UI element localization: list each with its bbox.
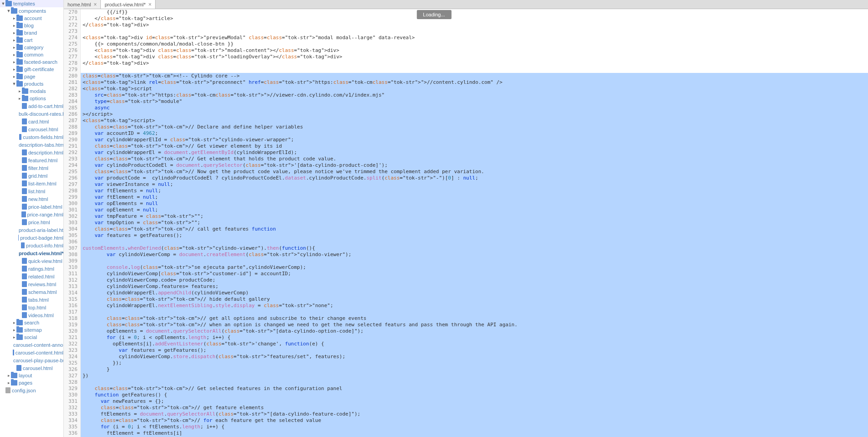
code-line[interactable] <box>83 309 868 315</box>
tree-toggle-icon[interactable]: ▼ <box>1 1 5 6</box>
file-product-badge.html[interactable]: product-badge.html <box>0 234 63 242</box>
folder-gift-certificate[interactable]: ▸gift-certificate <box>0 66 63 73</box>
file-featured.html[interactable]: featured.html <box>0 156 63 164</box>
code-line[interactable] <box>83 239 868 245</box>
code-line[interactable]: var ftElements = null; <box>83 188 868 194</box>
file-card.html[interactable]: card.html <box>0 118 63 125</box>
code-line[interactable]: var ftElement = null; <box>83 194 868 201</box>
tree-toggle-icon[interactable]: ▸ <box>17 89 22 93</box>
code-line[interactable]: class=class="tok-str">"tok-cm">// get fe… <box>83 405 868 411</box>
folder-search[interactable]: ▸search <box>0 319 63 326</box>
code-line[interactable]: var tmpFeature = class="tok-str">""; <box>83 213 868 220</box>
tree-toggle-icon[interactable]: ▸ <box>17 96 22 101</box>
tab-product-view.html*[interactable]: product-view.html*× <box>101 0 156 9</box>
folder-blog[interactable]: ▸blog <box>0 22 63 29</box>
code-line[interactable]: class=class="tok-str">"tok-cm">// get al… <box>83 315 868 322</box>
code-line[interactable]: var features = getFeatures(); <box>83 232 868 239</box>
code-line[interactable]: }) <box>83 373 868 379</box>
file-list-item.html[interactable]: list-item.html <box>0 180 63 187</box>
folder-common[interactable]: ▸common <box>0 51 63 58</box>
code-line[interactable]: var viewerInstance = null; <box>83 181 868 188</box>
code-line[interactable]: } <box>83 366 868 373</box>
folder-page[interactable]: ▸page <box>0 73 63 80</box>
code-line[interactable]: class=class="tok-str">"tok-cm">// when a… <box>83 322 868 328</box>
tree-toggle-icon[interactable]: ▸ <box>6 380 11 385</box>
folder-category[interactable]: ▸category <box>0 44 63 51</box>
folder-modals[interactable]: ▸modals <box>0 87 63 95</box>
folder-layout[interactable]: ▸layout <box>0 372 63 379</box>
file-description.html[interactable]: description.html <box>0 149 63 156</box>
file-list.html[interactable]: list.html <box>0 187 63 195</box>
code-line[interactable]: class=class="tok-str">"tok-cm"><!-- Cyli… <box>83 73 868 79</box>
folder-components[interactable]: ▼components <box>0 7 63 15</box>
file-description-tabs.html[interactable]: description-tabs.html <box>0 141 63 149</box>
file-reviews.html[interactable]: reviews.html <box>0 280 63 288</box>
folder-sitemap[interactable]: ▸sitemap <box>0 326 63 334</box>
file-top.html[interactable]: top.html <box>0 303 63 311</box>
code-line[interactable]: cylindoWrapperEl.nextElementSibling.styl… <box>83 303 868 309</box>
folder-templates[interactable]: ▼templates <box>0 0 63 7</box>
code-line[interactable]: var opElements = null <box>83 201 868 207</box>
folder-pages[interactable]: ▸pages <box>0 379 63 386</box>
code-line[interactable] <box>83 28 868 35</box>
code-line[interactable]: type=class="tok-str">"module" <box>83 98 868 105</box>
code-line[interactable]: <class="tok-tag">link rel=class="tok-str… <box>83 79 868 86</box>
code-line[interactable]: <class="tok-tag">div id=class="tok-str">… <box>83 35 868 41</box>
code-line[interactable]: var newFeatures = {}; <box>83 398 868 405</box>
tree-toggle-icon[interactable]: ▸ <box>6 373 11 378</box>
file-tree[interactable]: ▼templates▼components▸account▸blog▸brand… <box>0 0 64 437</box>
file-carousel.html[interactable]: carousel.html <box>0 364 63 372</box>
folder-account[interactable]: ▸account <box>0 15 63 22</box>
file-custom-fields.html[interactable]: custom-fields.html <box>0 133 63 141</box>
file-quick-view.html[interactable]: quick-view.html <box>0 257 63 265</box>
code-line[interactable]: console.log(class="tok-str">"se ejecuta … <box>83 264 868 271</box>
code-line[interactable]: var cylindoWrapperEl = document.getEleme… <box>83 149 868 156</box>
tree-toggle-icon[interactable]: ▸ <box>12 328 16 332</box>
file-related.html[interactable]: related.html <box>0 272 63 280</box>
code-line[interactable]: cylindoViewerComp.store.dispatch(class="… <box>83 354 868 360</box>
tree-toggle-icon[interactable]: ▼ <box>12 82 16 86</box>
file-product-aria-label.html[interactable]: product-aria-label.html <box>0 226 63 234</box>
folder-products[interactable]: ▼products <box>0 80 63 87</box>
code-line[interactable]: {{/if}} <box>83 9 868 15</box>
code-line[interactable]: customElements.whenDefined(class="tok-st… <box>83 245 868 252</box>
folder-brand[interactable]: ▸brand <box>0 29 63 36</box>
tree-toggle-icon[interactable]: ▸ <box>12 38 16 42</box>
tree-toggle-icon[interactable]: ▸ <box>12 335 16 339</box>
code-line[interactable]: var accountID = 4962; <box>83 130 868 137</box>
code-line[interactable]: <class="tok-tag">div class=class="tok-st… <box>83 47 868 54</box>
file-carousel.html[interactable]: carousel.html <box>0 125 63 133</box>
code-line[interactable]: </class="tok-tag">div> <box>83 60 868 67</box>
file-schema.html[interactable]: schema.html <box>0 288 63 296</box>
tree-toggle-icon[interactable]: ▸ <box>12 31 16 35</box>
file-ratings.html[interactable]: ratings.html <box>0 265 63 272</box>
file-price-range.html[interactable]: price-range.html <box>0 211 63 218</box>
code-line[interactable]: var cylindoProductCodeEl = document.quer… <box>83 162 868 169</box>
tree-toggle-icon[interactable]: ▸ <box>12 74 16 79</box>
file-filter.html[interactable]: filter.html <box>0 164 63 172</box>
code-line[interactable] <box>83 258 868 264</box>
code-line[interactable]: cylindoViewerComp.features= features; <box>83 283 868 290</box>
file-product-view.html*[interactable]: product-view.html* <box>0 249 63 257</box>
code-line[interactable]: var features = getFeatures(); <box>83 347 868 354</box>
code-line[interactable]: class=class="tok-str">"tok-cm">// Get vi… <box>83 143 868 149</box>
code-line[interactable]: class=class="tok-str">"tok-cm">// Now ge… <box>83 169 868 175</box>
tree-toggle-icon[interactable]: ▸ <box>12 23 16 28</box>
code-line[interactable]: async <box>83 105 868 111</box>
code-line[interactable]: }); <box>83 360 868 366</box>
code-line[interactable]: class=class="tok-str">"tok-cm">// Get el… <box>83 156 868 162</box>
code-line[interactable]: class=class="tok-str">"tok-cm">// Declar… <box>83 124 868 130</box>
code-line[interactable] <box>83 67 868 73</box>
file-add-to-cart.html[interactable]: add-to-cart.html <box>0 102 63 110</box>
code-line[interactable]: src=class="tok-str">"https:class="tok-cm… <box>83 92 868 98</box>
folder-cart[interactable]: ▸cart <box>0 36 63 44</box>
code-line[interactable]: for (i = 0; i < opElements.length; i++) … <box>83 334 868 341</box>
code-line[interactable]: ftElement = ftElements[i] <box>83 430 868 437</box>
code-line[interactable]: var cylindoWrapperElId = class="tok-str"… <box>83 137 868 143</box>
code-line[interactable]: opElements[i].addEventListener(class="to… <box>83 341 868 347</box>
code-line[interactable]: </class="tok-tag">article> <box>83 15 868 22</box>
code-line[interactable]: class=class="tok-str">"tok-cm">// hide d… <box>83 296 868 303</box>
code-line[interactable]: ftElements = document.querySelectorAll(c… <box>83 411 868 417</box>
file-carousel-play-pause-button.html[interactable]: carousel-play-pause-button.html <box>0 356 63 364</box>
file-grid.html[interactable]: grid.html <box>0 172 63 180</box>
